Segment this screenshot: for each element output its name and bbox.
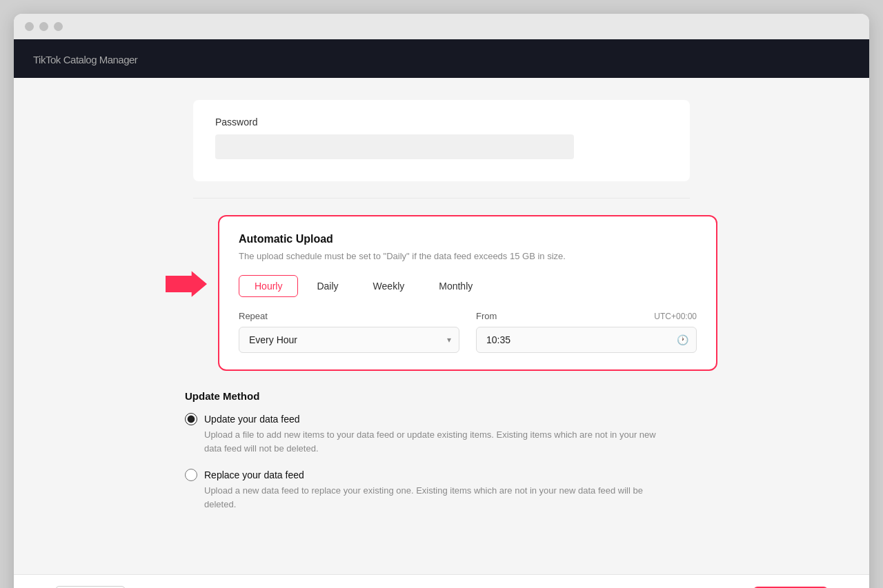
- product-name: Catalog Manager: [63, 54, 138, 65]
- footer-bar: Cancel Import: [14, 574, 869, 588]
- tab-daily[interactable]: Daily: [301, 275, 354, 297]
- update-feed-label-row: Update your data feed: [185, 413, 704, 425]
- password-label: Password: [215, 116, 668, 128]
- repeat-select[interactable]: Every Hour Every 2 Hours Every 4 Hours E…: [239, 327, 459, 353]
- schedule-tabs: Hourly Daily Weekly Monthly: [239, 275, 697, 297]
- svg-marker-0: [166, 271, 207, 297]
- password-input[interactable]: [215, 134, 574, 159]
- auto-upload-section: Automatic Upload The upload schedule mus…: [166, 215, 717, 371]
- auto-upload-title: Automatic Upload: [239, 233, 697, 245]
- repeat-label-row: Repeat: [239, 311, 459, 321]
- traffic-light-close[interactable]: [25, 22, 34, 31]
- main-content: Password Automatic Upload The upload sch…: [14, 78, 869, 574]
- repeat-label: Repeat: [239, 311, 268, 321]
- divider: [193, 198, 690, 199]
- app-window: TikTokCatalog Manager Password Automatic…: [14, 14, 869, 588]
- from-label: From: [476, 311, 497, 321]
- fields-row: Repeat Every Hour Every 2 Hours Every 4 …: [239, 311, 697, 353]
- replace-feed-radio[interactable]: [185, 469, 197, 481]
- time-input[interactable]: [476, 327, 697, 353]
- time-input-wrapper: 🕐: [476, 327, 697, 353]
- update-feed-option: Update your data feed Upload a file to a…: [185, 413, 704, 455]
- titlebar: [14, 14, 869, 39]
- auto-upload-card: Automatic Upload The upload schedule mus…: [218, 215, 717, 371]
- password-section: Password: [193, 100, 690, 181]
- arrow-icon: [166, 270, 207, 298]
- from-field-group: From UTC+00:00 🕐: [476, 311, 697, 353]
- traffic-light-maximize[interactable]: [54, 22, 63, 31]
- update-feed-desc: Upload a file to add new items to your d…: [204, 428, 659, 455]
- replace-feed-desc: Upload a new data feed to replace your e…: [204, 484, 659, 511]
- tab-monthly[interactable]: Monthly: [423, 275, 488, 297]
- app-header: TikTokCatalog Manager: [14, 39, 869, 78]
- brand-name: TikTok: [33, 54, 61, 65]
- update-method-section: Update Method Update your data feed Uplo…: [179, 390, 704, 511]
- traffic-light-minimize[interactable]: [39, 22, 48, 31]
- update-feed-radio[interactable]: [185, 413, 197, 425]
- app-logo: TikTokCatalog Manager: [30, 51, 137, 67]
- replace-feed-option: Replace your data feed Upload a new data…: [185, 469, 704, 511]
- auto-upload-subtitle: The upload schedule must be set to "Dail…: [239, 251, 697, 261]
- replace-feed-label: Replace your data feed: [204, 469, 304, 480]
- repeat-field-group: Repeat Every Hour Every 2 Hours Every 4 …: [239, 311, 459, 353]
- from-label-row: From UTC+00:00: [476, 311, 697, 321]
- tab-weekly[interactable]: Weekly: [357, 275, 421, 297]
- utc-label: UTC+00:00: [654, 312, 697, 321]
- repeat-select-wrapper: Every Hour Every 2 Hours Every 4 Hours E…: [239, 327, 459, 353]
- clock-icon: 🕐: [677, 334, 688, 345]
- replace-feed-label-row: Replace your data feed: [185, 469, 704, 481]
- tab-hourly[interactable]: Hourly: [239, 275, 298, 297]
- update-feed-label: Update your data feed: [204, 414, 300, 425]
- update-method-title: Update Method: [185, 390, 704, 402]
- arrow-indicator: [166, 270, 207, 301]
